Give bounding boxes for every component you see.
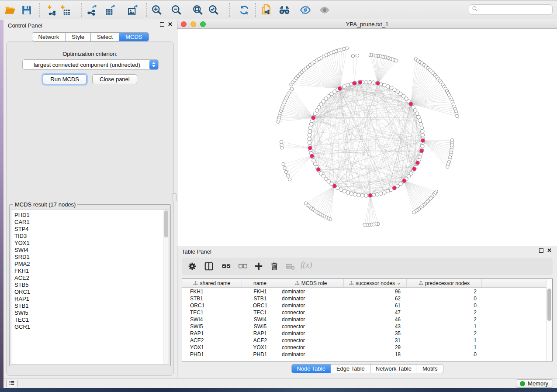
cell-shared_name: SWI4 xyxy=(182,316,242,323)
mcds-result-list[interactable]: PHD1CAR1STP4TID3YOX1SWI4SRD1PMA2FKH1ACE2… xyxy=(11,209,169,364)
tab-node-table[interactable]: Node Table xyxy=(291,364,331,373)
mcds-result-node[interactable]: STP4 xyxy=(11,226,169,233)
tab-motifs[interactable]: Motifs xyxy=(417,364,443,373)
network-graph[interactable] xyxy=(177,29,557,246)
cell-shared_name: STB1 xyxy=(182,296,242,302)
mcds-result-node[interactable]: GCR1 xyxy=(11,323,169,330)
toolbar-separator xyxy=(81,3,82,17)
delete-table-icon xyxy=(284,261,296,272)
mcds-list-scrollbar[interactable] xyxy=(163,210,169,364)
mcds-result-node[interactable]: PMA2 xyxy=(11,261,169,268)
task-history-button[interactable] xyxy=(6,380,17,387)
tab-mcds[interactable]: MCDS xyxy=(119,33,148,41)
column-namespace-icon xyxy=(193,281,198,285)
network-from-document-icon[interactable] xyxy=(259,4,273,16)
optimization-criterion-label: Optimization criterion: xyxy=(7,51,173,57)
save-session-icon[interactable] xyxy=(20,4,33,16)
vertical-splitter-handle[interactable] xyxy=(173,193,176,201)
mcds-result-node[interactable]: PHD1 xyxy=(11,212,169,219)
search-box[interactable] xyxy=(469,4,553,15)
delete-column-trash-icon[interactable] xyxy=(268,261,280,272)
column-header-name[interactable]: name xyxy=(242,279,278,287)
cell-mcds_role: connector xyxy=(278,309,344,316)
toolbar-separator xyxy=(39,3,40,17)
float-panel-icon[interactable] xyxy=(160,22,164,27)
table-scrollbar-thumb[interactable] xyxy=(547,289,551,321)
toggle-columns-icon[interactable] xyxy=(203,261,215,272)
show-all-icon[interactable] xyxy=(318,4,331,16)
column-header-successor-nodes[interactable]: successor nodes xyxy=(344,279,407,287)
zoom-out-icon[interactable] xyxy=(170,4,183,16)
search-network-icon[interactable] xyxy=(278,4,291,16)
tab-style[interactable]: Style xyxy=(66,33,91,41)
table-row[interactable]: SWI4SWI4dominator462 xyxy=(182,316,552,323)
hide-unselected-icon[interactable] xyxy=(299,4,312,16)
memory-button[interactable]: Memory xyxy=(516,379,553,388)
network-canvas[interactable] xyxy=(177,29,557,246)
table-row[interactable]: FKH1FKH1dominator962 xyxy=(182,288,552,295)
table-row[interactable]: ACE2ACE2connector311 xyxy=(182,337,552,344)
create-column-plus-icon[interactable] xyxy=(253,261,265,272)
table-row[interactable]: SWI5SWI5connector431 xyxy=(182,323,552,330)
cell-predecessor_nodes: 0 xyxy=(407,351,482,358)
mcds-list-scrollbar-thumb[interactable] xyxy=(164,210,168,237)
select-all-checkboxes-icon[interactable] xyxy=(220,261,232,272)
mcds-result-node[interactable]: SWI4 xyxy=(11,247,169,254)
mcds-result-node[interactable]: STB1 xyxy=(11,303,169,309)
mcds-result-node[interactable]: TID3 xyxy=(11,233,169,240)
float-panel-icon[interactable] xyxy=(539,248,543,253)
table-row[interactable]: PHD1PHD1dominator180 xyxy=(182,351,552,358)
mcds-result-node[interactable]: SWI5 xyxy=(11,309,169,316)
open-file-icon[interactable] xyxy=(3,4,17,16)
mcds-result-node[interactable]: ORC1 xyxy=(11,289,169,296)
mcds-result-node[interactable]: YOX1 xyxy=(11,240,169,247)
cell-shared_name: FKH1 xyxy=(182,289,242,295)
table-row[interactable]: YOX1YOX1connector291 xyxy=(182,344,552,351)
tab-network-table[interactable]: Network Table xyxy=(370,364,417,373)
import-network-icon[interactable] xyxy=(45,4,59,16)
refresh-icon[interactable] xyxy=(238,4,251,16)
import-table-icon[interactable] xyxy=(59,4,72,16)
tab-edge-table[interactable]: Edge Table xyxy=(331,364,370,373)
zoom-selected-icon[interactable] xyxy=(207,4,220,16)
criterion-dropdown[interactable]: largest connected component (undirected) xyxy=(22,59,159,70)
table-row[interactable]: STB1STB1dominator620 xyxy=(182,295,552,302)
zoom-in-icon[interactable] xyxy=(150,4,163,16)
table-row[interactable]: RAP1RAP1dominator352 xyxy=(182,330,552,337)
mcds-result-node[interactable]: SRD1 xyxy=(11,254,169,261)
table-row[interactable]: TEC1TEC1connector472 xyxy=(182,309,552,316)
mcds-result-node[interactable]: CAR1 xyxy=(11,219,169,226)
cell-predecessor_nodes: 1 xyxy=(407,344,482,351)
export-image-icon[interactable] xyxy=(127,4,140,16)
column-header-MCDS-role[interactable]: MCDS role xyxy=(278,279,344,287)
export-network-icon[interactable] xyxy=(86,4,99,16)
tab-network[interactable]: Network xyxy=(32,33,66,41)
deselect-all-checkboxes-icon[interactable] xyxy=(237,261,249,272)
tab-select[interactable]: Select xyxy=(91,33,119,41)
close-panel-icon[interactable]: ✕ xyxy=(547,248,552,253)
export-table-icon[interactable] xyxy=(104,4,117,16)
close-panel-button[interactable]: Close panel xyxy=(92,74,137,84)
zoom-fit-icon[interactable] xyxy=(191,4,204,16)
cell-mcds_role: dominator xyxy=(278,351,344,358)
mcds-result-node[interactable]: TEC1 xyxy=(11,316,169,323)
table-row[interactable]: ORC1ORC1dominator610 xyxy=(182,302,552,309)
column-header-shared-name[interactable]: shared name xyxy=(182,279,242,287)
cell-predecessor_nodes: 0 xyxy=(407,303,482,309)
run-mcds-button[interactable]: Run MCDS xyxy=(43,74,86,84)
mcds-result-node[interactable]: FKH1 xyxy=(11,268,169,275)
mcds-tab-content: Optimization criterion: largest connecte… xyxy=(6,41,174,376)
network-window-titlebar[interactable]: YPA_prune.txt_1 xyxy=(177,20,557,29)
leaf-nodes[interactable] xyxy=(277,47,459,227)
settings-gear-icon[interactable] xyxy=(186,261,198,272)
column-header-predecessor-nodes[interactable]: predecessor nodes xyxy=(407,279,482,287)
mcds-result-node[interactable]: STB5 xyxy=(11,282,169,289)
close-panel-icon[interactable]: ✕ xyxy=(168,22,173,27)
control-panel-tabs: NetworkStyleSelectMCDS xyxy=(31,32,149,41)
table-panel: Table Panel ✕ f(x) shared namenameMCDS r… xyxy=(177,246,557,378)
cell-successor_nodes: 35 xyxy=(344,330,407,337)
mcds-result-node[interactable]: RAP1 xyxy=(11,296,169,303)
mcds-result-node[interactable]: ACE2 xyxy=(11,275,169,282)
search-input[interactable] xyxy=(478,6,552,14)
table-scrollbar[interactable] xyxy=(546,279,552,361)
